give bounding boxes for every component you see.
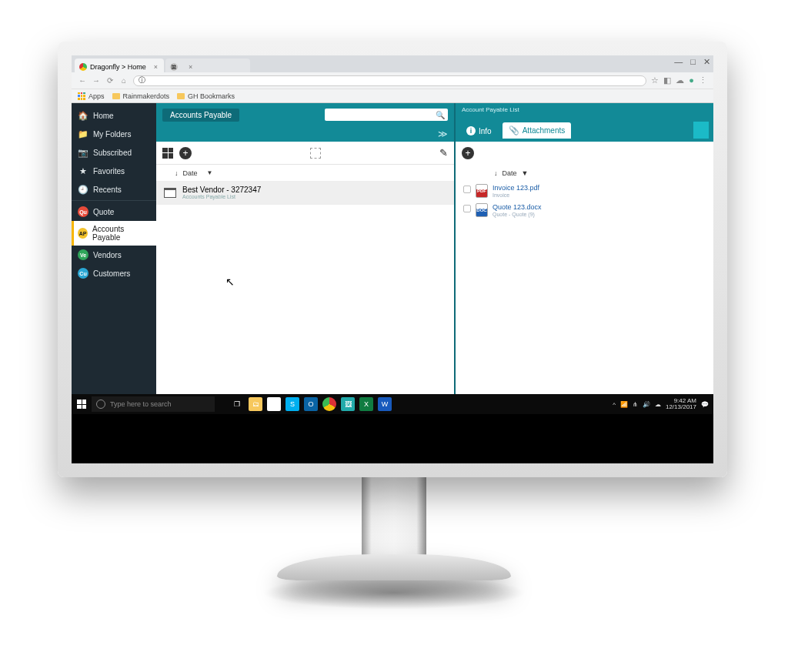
window-maximize-button[interactable]: □ [690, 57, 696, 67]
tab-attachments-label: Attachments [523, 126, 566, 135]
sidebar-item-subscribed[interactable]: 📷 Subscribed [72, 143, 156, 162]
taskview-icon[interactable]: ❐ [230, 397, 244, 411]
clock-icon: 🕘 [78, 184, 88, 195]
search-placeholder: Type here to search [110, 400, 172, 408]
sidebar-app-customers[interactable]: Cu Customers [72, 264, 156, 283]
extension-icon-1[interactable]: ◧ [663, 75, 671, 85]
window-close-button[interactable]: ✕ [703, 57, 710, 67]
window-minimize-button[interactable]: — [674, 57, 683, 67]
sidebar-item-myfolders[interactable]: 📁 My Folders [72, 125, 156, 143]
nav-back-button[interactable]: ← [78, 76, 87, 85]
file-checkbox[interactable] [463, 205, 471, 212]
folder-row[interactable]: Best Vendor - 3272347 Accounts Payable L… [156, 182, 454, 205]
right-header-crumb: Account Payable List [462, 106, 519, 113]
excel-icon[interactable]: X [359, 397, 373, 411]
address-bar[interactable]: ⓘ [133, 75, 646, 86]
bookmark-label-1: Rainmakerdots [123, 92, 170, 100]
sidebar-item-home[interactable]: 🏠 Home [72, 106, 156, 125]
center-sort-row[interactable]: ↓ Date ▼ [156, 165, 454, 182]
browser-tab-2[interactable]: 🗎 × [165, 59, 250, 72]
browser-tab-1[interactable]: Dragonfly > Home × [75, 59, 164, 72]
tab1-favicon-icon [79, 63, 87, 71]
tray-wifi-icon[interactable]: ⋔ [633, 401, 638, 408]
folder-icon [164, 188, 176, 198]
expand-icon[interactable]: ≫ [438, 129, 448, 139]
bookmarks-bar: Apps Rainmakerdots GH Bookmarks [72, 89, 713, 103]
star-icon: ★ [78, 165, 88, 176]
monitor-shadow [262, 576, 526, 610]
chrome-icon[interactable] [322, 397, 336, 411]
outlook-icon[interactable]: O [304, 397, 318, 411]
start-button[interactable] [72, 394, 92, 414]
file-name: Invoice 123.pdf [492, 184, 539, 192]
extension-icon-2[interactable]: ☁ [676, 75, 684, 85]
ap-badge-icon: AP [78, 228, 88, 239]
chrome-toolbar: ← → ⟳ ⌂ ⓘ ☆ ◧ ☁ ● ⋮ [72, 72, 713, 89]
taskbar-apps: ❐ 🗂 🛍 S O 🖼 X W [230, 397, 392, 411]
customers-badge-icon: Cu [78, 268, 88, 279]
toolbar-right-icons: ☆ ◧ ☁ ● ⋮ [651, 75, 707, 85]
file-subtitle: Quote - Quote (9) [492, 212, 542, 218]
sidebar-label: Subscribed [93, 149, 132, 157]
add-button[interactable]: + [179, 147, 192, 159]
profile-icon[interactable]: ● [689, 75, 694, 85]
sidebar-label: Favorites [93, 167, 125, 176]
edit-icon[interactable]: ✎ [439, 147, 448, 159]
action-center-icon[interactable]: 💬 [701, 401, 709, 408]
site-info-icon[interactable]: ⓘ [139, 75, 145, 85]
tab-info[interactable]: i Info [460, 123, 498, 139]
sort-arrow-icon: ↓ [175, 169, 179, 177]
word-icon[interactable]: W [378, 397, 392, 411]
tab2-close-icon[interactable]: × [189, 63, 192, 71]
monitor-stand-neck [362, 476, 426, 560]
sidebar-label: Vendors [93, 251, 122, 259]
center-pane: Accounts Payable 🔍 ≫ + ✎ [156, 103, 456, 407]
file-name: Quote 123.docx [492, 203, 542, 212]
taskbar-search-input[interactable]: Type here to search [92, 396, 215, 412]
bookmarks-apps-button[interactable]: Apps [78, 92, 105, 100]
taskbar-clock[interactable]: 9:42 AM 12/13/2017 [666, 398, 696, 410]
search-icon: 🔍 [436, 111, 445, 119]
tray-chevron-icon[interactable]: ^ [613, 401, 616, 408]
nav-forward-button[interactable]: → [92, 76, 101, 85]
center-subheader: ≫ [156, 126, 454, 142]
placeholder-icon [310, 148, 321, 159]
tray-onedrive-icon[interactable]: ☁ [655, 401, 661, 408]
center-toolbar: + ✎ [156, 142, 454, 165]
chrome-window: Dragonfly > Home × 🗎 × — □ ✕ ← → ⟳ [72, 55, 713, 414]
add-attachment-button[interactable]: + [462, 147, 474, 159]
accent-square [693, 122, 709, 139]
system-tray: ^ 📶 ⋔ 🔊 ☁ 9:42 AM 12/13/2017 💬 [613, 398, 713, 410]
tab1-close-icon[interactable]: × [154, 63, 158, 71]
tab-info-label: Info [479, 127, 492, 135]
sidebar-label: Quote [93, 208, 114, 216]
sidebar-app-quote[interactable]: Qu Quote [72, 202, 156, 221]
right-sort-row[interactable]: ↓ Date ▼ [456, 165, 713, 182]
sidebar-app-accounts-payable[interactable]: AP Accounts Payable [72, 221, 156, 246]
sidebar-item-favorites[interactable]: ★ Favorites [72, 162, 156, 180]
tab-attachments[interactable]: 📎 Attachments [503, 122, 572, 139]
bookmark-star-icon[interactable]: ☆ [651, 75, 659, 85]
file-row[interactable]: PDF Invoice 123.pdf Invoice [456, 182, 713, 201]
bookmark-folder-1[interactable]: Rainmakerdots [112, 92, 170, 100]
app-viewport: 🏠 Home 📁 My Folders 📷 Subscribed ★ [72, 103, 713, 414]
monitor-bezel: Dragonfly > Home × 🗎 × — □ ✕ ← → ⟳ [58, 42, 727, 477]
tray-volume-icon[interactable]: 🔊 [643, 401, 650, 408]
store-icon[interactable]: 🛍 [267, 397, 281, 411]
chrome-menu-button[interactable]: ⋮ [699, 75, 707, 85]
header-search-input[interactable]: 🔍 [325, 109, 448, 121]
nav-reload-button[interactable]: ⟳ [105, 76, 115, 85]
sort-caret-icon: ▼ [207, 169, 213, 176]
bookmark-folder-2[interactable]: GH Bookmarks [177, 92, 235, 100]
file-explorer-icon[interactable]: 🗂 [249, 397, 262, 411]
file-row[interactable]: DOC Quote 123.docx Quote - Quote (9) [456, 201, 713, 220]
monitor-screen: Dragonfly > Home × 🗎 × — □ ✕ ← → ⟳ [72, 55, 713, 463]
photos-icon[interactable]: 🖼 [341, 397, 355, 411]
skype-icon[interactable]: S [285, 397, 299, 411]
nav-home-button[interactable]: ⌂ [119, 76, 129, 85]
sidebar-item-recents[interactable]: 🕘 Recents [72, 180, 156, 199]
tray-network-icon[interactable]: 📶 [620, 401, 628, 408]
grid-view-icon[interactable] [162, 148, 173, 159]
file-checkbox[interactable] [463, 186, 471, 193]
sidebar-app-vendors[interactable]: Ve Vendors [72, 246, 156, 264]
